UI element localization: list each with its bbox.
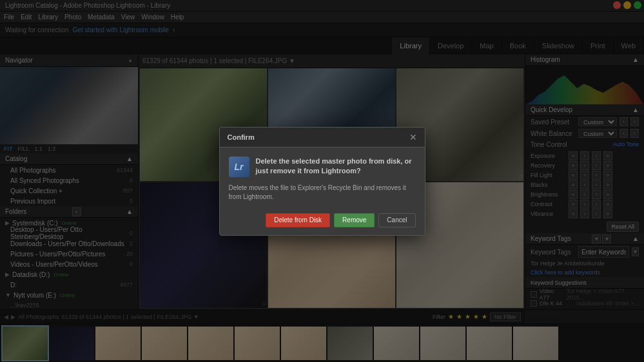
dialog-buttons: Delete from Disk Remove Cancel	[220, 208, 425, 235]
dialog-description: Delete moves the file to Explorer's Recy…	[229, 184, 416, 202]
dialog-overlay: Confirm ✕ Lr Delete the selected master …	[0, 0, 644, 362]
confirm-dialog: Confirm ✕ Lr Delete the selected master …	[219, 127, 425, 236]
remove-btn[interactable]: Remove	[334, 213, 375, 227]
dialog-body: Lr Delete the selected master photo from…	[220, 148, 425, 208]
cancel-btn[interactable]: Cancel	[378, 213, 415, 227]
dialog-question: Delete the selected master photo from di…	[256, 157, 416, 176]
dialog-icon-row: Lr Delete the selected master photo from…	[229, 157, 416, 177]
dialog-close-btn[interactable]: ✕	[409, 133, 417, 142]
delete-from-disk-btn[interactable]: Delete from Disk	[266, 213, 330, 227]
dialog-header: Confirm ✕	[220, 128, 425, 148]
dialog-title: Confirm	[228, 133, 255, 141]
lr-icon: Lr	[229, 157, 249, 177]
